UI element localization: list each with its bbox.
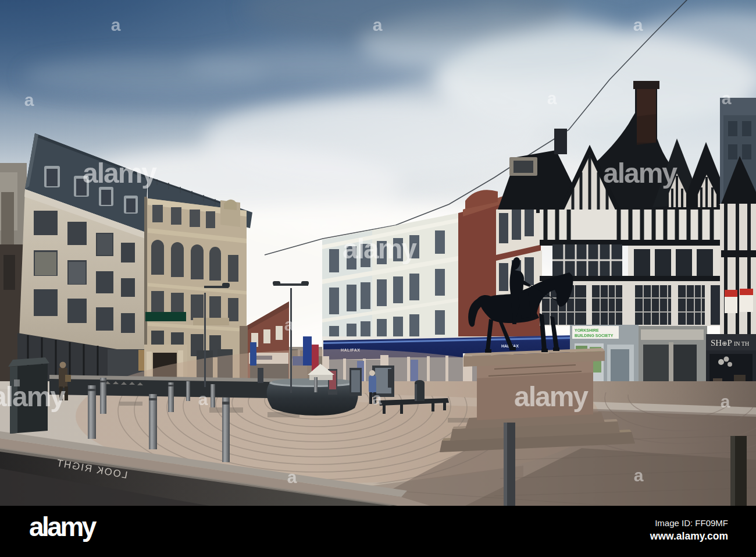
svg-text:alamy: alamy [603,158,677,189]
svg-text:alamy: alamy [343,233,417,264]
svg-text:a: a [24,90,34,109]
svg-text:a: a [722,88,732,108]
svg-text:a: a [373,15,383,34]
svg-text:a: a [372,389,382,408]
svg-text:a: a [284,315,294,334]
svg-text:a: a [198,389,208,409]
svg-text:a: a [721,392,730,411]
svg-text:YORKSHIRE: YORKSHIRE [575,328,599,332]
svg-text:alamy: alamy [83,158,157,189]
svg-text:alamy: alamy [29,512,97,542]
svg-text:alamy: alamy [514,381,589,412]
svg-text:a: a [634,466,644,485]
svg-text:a: a [547,88,557,108]
svg-text:a: a [111,15,121,34]
svg-text:alamy: alamy [0,381,66,412]
svg-text:a: a [287,467,297,487]
svg-text:www.alamy.com: www.alamy.com [650,530,728,542]
svg-text:BUILDING SOCIETY: BUILDING SOCIETY [575,334,614,338]
svg-text:Image ID: FF09MF: Image ID: FF09MF [655,518,728,528]
svg-text:a: a [633,15,643,34]
